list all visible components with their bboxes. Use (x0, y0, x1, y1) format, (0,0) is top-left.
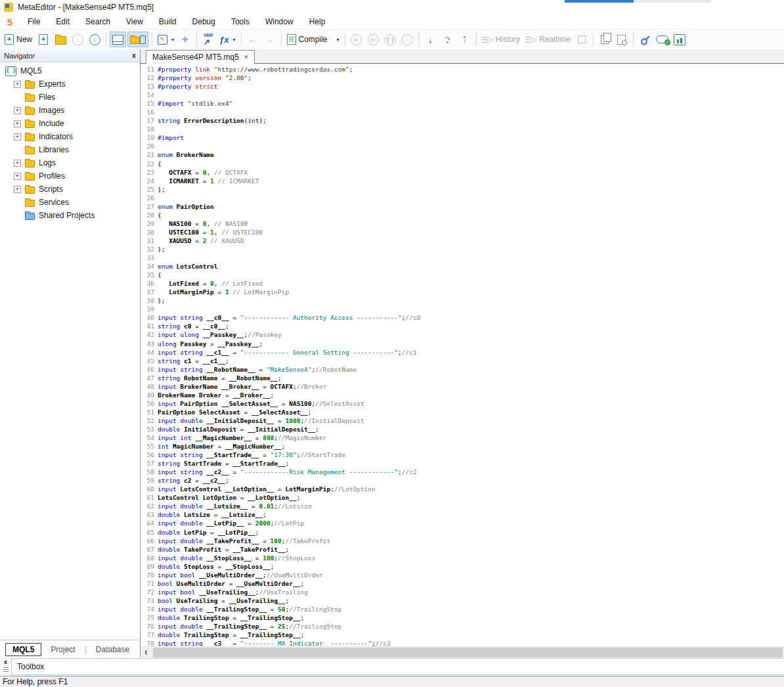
code-line[interactable]: 39 (141, 305, 784, 313)
menu-item-tools[interactable]: Tools (223, 14, 257, 29)
code-line[interactable]: 67double TakeProfit = __TakeProfit__; (141, 545, 784, 554)
code-line[interactable]: 28{ (141, 211, 784, 219)
tree-item-images[interactable]: +Images (0, 104, 140, 117)
tree-item-mql5[interactable]: { } MQL5 (0, 64, 140, 78)
functions-button[interactable]: ƒx▾ (217, 32, 237, 47)
code-line[interactable]: 14 (141, 91, 784, 99)
code-line[interactable]: 68input double __StopLoss__ = 100;//Stop… (141, 554, 784, 562)
menu-item-edit[interactable]: Edit (48, 14, 77, 29)
step-out-button[interactable]: ↑ (457, 32, 473, 47)
expand-plus-icon[interactable]: + (14, 120, 21, 127)
menu-item-build[interactable]: Build (151, 14, 185, 29)
menu-item-debug[interactable]: Debug (185, 14, 223, 29)
code-line[interactable]: 23 OCTAFX = 0, // OCTAFX (141, 168, 784, 177)
code-line[interactable]: 53double InitialDeposit = __InitialDepos… (141, 425, 784, 433)
menu-item-file[interactable]: File (20, 14, 48, 29)
code-line[interactable]: 48input BrokerName __Broker__ = OCTAFX;/… (141, 382, 784, 391)
tree-item-indicators[interactable]: +Indicators (0, 130, 140, 143)
code-line[interactable]: 71bool UseMultiOrder = __UseMultiOrder__… (141, 579, 784, 588)
code-line[interactable]: 74input double __TrailingStop__ = 50;//T… (141, 605, 784, 613)
new-button[interactable]: + New (3, 32, 34, 47)
code-line[interactable]: 56input string __StartTrade__ = "17:30";… (141, 451, 784, 459)
code-line[interactable]: 25}; (141, 185, 784, 194)
code-line[interactable]: 60input LotsControl __LotOption__ = LotM… (141, 485, 784, 493)
code-line[interactable]: 62input double __Lotsize__ = 0.01;//Lots… (141, 502, 784, 510)
compile-button[interactable]: Compile ▾ (285, 32, 341, 47)
expand-plus-icon[interactable]: + (14, 133, 21, 141)
code-line[interactable]: 35{ (141, 271, 784, 279)
expand-plus-icon[interactable]: + (14, 107, 21, 114)
find-in-files-button[interactable] (614, 32, 630, 47)
code-line[interactable]: 37 LotMarginPip = 1 // LotMarginPip (141, 288, 784, 296)
toolbox-toggle-button[interactable] (127, 32, 148, 47)
code-line[interactable]: 11#property link "https://www.robottradi… (141, 65, 784, 74)
code-line[interactable]: 51PairOption SelectAsset = __SelectAsset… (141, 408, 784, 416)
activation-key-button[interactable] (637, 32, 653, 47)
expand-plus-icon[interactable]: + (14, 160, 21, 167)
forward-button[interactable]: → (262, 32, 278, 47)
code-line[interactable]: 50input PairOption __SelectAsset__ = NAS… (141, 399, 784, 408)
code-line[interactable]: 75double TrailingStop = __TrailingStop__… (141, 613, 784, 622)
code-line[interactable]: 52input double __InitialDeposit__ = 1000… (141, 416, 784, 425)
expand-plus-icon[interactable]: + (14, 173, 21, 180)
tree-item-include[interactable]: +Include (0, 117, 140, 130)
realtime-button[interactable]: ▷Realtime (523, 32, 573, 47)
tree-item-services[interactable]: Services (0, 196, 140, 209)
code-line[interactable]: 42input ulong __Passkey__;//Passkey (141, 330, 784, 339)
storage-download-button[interactable]: ↓ (87, 32, 102, 47)
code-line[interactable]: 70input bool __UseMultiOrder__;//UseMult… (141, 571, 784, 579)
code-line[interactable]: 55int MagicNumber = __MagicNumber__; (141, 442, 784, 451)
code-line[interactable]: 40input string __c0__ = "------------ Au… (141, 313, 784, 322)
code-line[interactable]: 77double TrailingStep = __TrailingStep__… (141, 631, 784, 639)
code-line[interactable]: 26 (141, 194, 784, 202)
code-line[interactable]: 72input bool __UseTrailing__;//UseTraili… (141, 588, 784, 596)
navigator-toggle-button[interactable] (110, 32, 126, 47)
variables-button[interactable]: VAR↗ (200, 32, 216, 47)
code-line[interactable]: 63double Lotsize = __Lotsize__; (141, 510, 784, 519)
code-line[interactable]: 45string c1 = __c1__; (141, 357, 784, 365)
new-file-button[interactable]: + (35, 32, 51, 47)
menu-item-search[interactable]: Search (77, 14, 118, 29)
debug-continue-button[interactable]: ▷ (366, 32, 381, 47)
tree-item-shared-projects[interactable]: Shared Projects (0, 209, 140, 222)
open-folder-button[interactable] (53, 32, 68, 47)
code-line[interactable]: 46input string __RobotName__ = "MakeSens… (141, 365, 784, 374)
code-line[interactable]: 20 (141, 142, 784, 150)
horizontal-scrollbar[interactable]: ❮ (141, 646, 784, 658)
code-line[interactable]: 29 NAS100 = 0, // NAS100 (141, 219, 784, 228)
code-line[interactable]: 18 (141, 125, 784, 133)
bottom-tab-mql5[interactable]: MQL5 (5, 643, 41, 656)
navigator-close-icon[interactable]: x (132, 53, 136, 59)
menu-item-help[interactable]: Help (301, 14, 334, 29)
step-into-button[interactable]: ↓ (423, 32, 439, 47)
code-editor[interactable]: 11#property link "https://www.robottradi… (141, 64, 784, 646)
menu-item-window[interactable]: Window (257, 14, 301, 29)
code-line[interactable]: 64input double __LotPip__ = 2000;//LotPi… (141, 519, 784, 527)
code-line[interactable]: 73bool UseTrailing = __UseTrailing__; (141, 596, 784, 605)
code-line[interactable]: 13#property strict (141, 82, 784, 91)
styler-button[interactable] (177, 32, 193, 47)
scroll-left-icon[interactable]: ❮ (141, 647, 152, 658)
code-line[interactable]: 78input string __c3__ = "-------- MA Ind… (141, 639, 784, 646)
storage-sync-button[interactable] (654, 32, 670, 47)
document-tab[interactable]: MakeSense4P MT5.mq5 × (146, 50, 255, 64)
code-line[interactable]: 65double LotPip = __LotPip__; (141, 528, 784, 537)
save-button[interactable]: ↓ (70, 32, 85, 47)
debug-stop-button[interactable]: □ (400, 32, 416, 47)
tree-item-profiles[interactable]: +Profiles (0, 169, 140, 183)
code-line[interactable]: 31 XAUUSD = 2 // XAUUSD (141, 236, 784, 245)
copy-button[interactable] (597, 32, 613, 47)
code-line[interactable]: 44input string __c1__ = "------------ Ge… (141, 348, 784, 357)
code-line[interactable]: 15#import "stdlib.ex4" (141, 99, 784, 108)
toolbox-close-icon[interactable]: x (4, 659, 7, 665)
tree-item-libraries[interactable]: Libraries (0, 143, 140, 156)
code-line[interactable]: 30 USTEC100 = 1, // USTEC100 (141, 228, 784, 236)
menu-item-view[interactable]: View (118, 14, 151, 29)
code-line[interactable]: 59string c2 = __c2__; (141, 476, 784, 485)
code-line[interactable]: 22{ (141, 160, 784, 168)
code-line[interactable]: 47string RobotName = __RobotName__; (141, 374, 784, 382)
step-over-button[interactable]: ↷ (440, 32, 456, 47)
code-line[interactable]: 76input double __TrailingStep__ = 25;//T… (141, 622, 784, 631)
code-line[interactable]: 21enum BrokerName (141, 150, 784, 159)
toolbox-menu-icon[interactable] (3, 667, 9, 672)
